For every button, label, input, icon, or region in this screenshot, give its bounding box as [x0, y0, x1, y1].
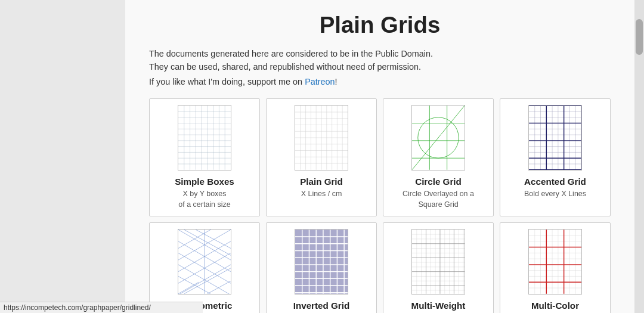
- description-line1: The documents generated here are conside…: [149, 48, 611, 73]
- patreon-link[interactable]: Patreon: [305, 77, 335, 86]
- card-plain-grid[interactable]: Plain Grid X Lines / cm: [266, 98, 377, 216]
- card-plain-grid-title: Plain Grid: [300, 176, 343, 187]
- preview-multi-weight: [411, 229, 465, 295]
- patreon-line: If you like what I'm doing, support me o…: [149, 77, 611, 86]
- card-axonometric[interactable]: Axonometric: [149, 222, 260, 313]
- page-wrapper: Plain Grids The documents generated here…: [0, 0, 644, 313]
- card-multi-weight[interactable]: Multi-Weight: [383, 222, 494, 313]
- preview-simple-boxes: [178, 105, 231, 171]
- card-circle-grid-title: Circle Grid: [415, 176, 462, 187]
- svg-rect-126: [529, 230, 581, 294]
- status-bar: https://incompetech.com/graphpaper/gridl…: [0, 302, 203, 313]
- svg-rect-0: [178, 106, 231, 170]
- main-content: Plain Grids The documents generated here…: [125, 0, 634, 313]
- status-url: https://incompetech.com/graphpaper/gridl…: [4, 303, 151, 312]
- card-inverted-grid-title: Inverted Grid: [293, 300, 350, 311]
- scrollbar-thumb[interactable]: [636, 19, 643, 55]
- preview-inverted-grid: [295, 229, 348, 295]
- svg-rect-45: [529, 106, 581, 170]
- card-plain-grid-desc: X Lines / cm: [301, 189, 342, 199]
- card-accented-grid-title: Accented Grid: [524, 176, 586, 187]
- card-simple-boxes[interactable]: Simple Boxes X by Y boxesof a certain si…: [149, 98, 260, 216]
- svg-rect-101: [412, 230, 465, 294]
- card-accented-grid[interactable]: Accented Grid Bold every X Lines: [500, 98, 611, 216]
- preview-multi-color: [528, 229, 582, 295]
- card-circle-grid-desc: Circle Overlayed on aSquare Grid: [402, 189, 474, 210]
- card-inverted-grid[interactable]: Inverted Grid: [266, 222, 377, 313]
- preview-accented-grid: [528, 105, 582, 171]
- svg-rect-84: [295, 230, 348, 294]
- preview-axonometric: [178, 229, 231, 295]
- card-simple-boxes-title: Simple Boxes: [175, 176, 234, 187]
- card-multi-weight-title: Multi-Weight: [411, 300, 466, 311]
- left-sidebar: [0, 0, 125, 313]
- preview-circle-grid: [411, 105, 465, 171]
- card-multi-color-title: Multi-Color: [531, 300, 579, 311]
- card-multi-color[interactable]: Multi-Color: [500, 222, 611, 313]
- card-circle-grid[interactable]: Circle Grid Circle Overlayed on aSquare …: [383, 98, 494, 216]
- card-accented-grid-desc: Bold every X Lines: [524, 189, 586, 199]
- grid-gallery: Simple Boxes X by Y boxesof a certain si…: [149, 98, 611, 313]
- page-title: Plain Grids: [149, 12, 611, 38]
- scrollbar[interactable]: [634, 0, 644, 313]
- card-simple-boxes-desc: X by Y boxesof a certain size: [178, 189, 230, 210]
- preview-plain-grid: [295, 105, 348, 171]
